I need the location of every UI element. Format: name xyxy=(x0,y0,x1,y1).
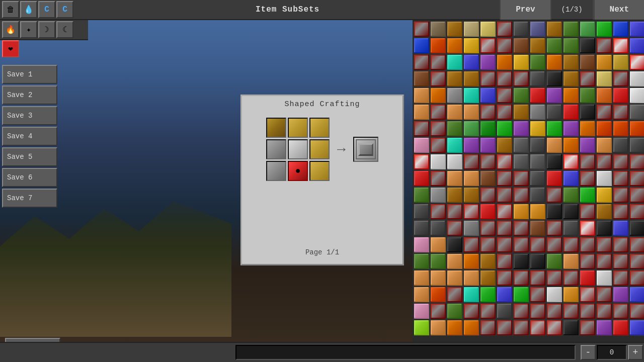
item-cell[interactable] xyxy=(414,121,430,137)
item-cell[interactable] xyxy=(513,220,529,236)
delete-icon-btn[interactable]: 🗑 xyxy=(2,1,19,18)
item-cell[interactable] xyxy=(447,287,463,303)
item-cell[interactable] xyxy=(530,71,546,87)
item-cell[interactable] xyxy=(580,104,596,120)
item-cell[interactable] xyxy=(546,54,562,70)
item-cell[interactable] xyxy=(414,87,430,104)
item-cell[interactable] xyxy=(613,303,629,319)
item-cell[interactable] xyxy=(580,270,596,286)
item-cell[interactable] xyxy=(480,21,496,37)
item-cell[interactable] xyxy=(480,320,496,336)
item-cell[interactable] xyxy=(414,303,430,319)
item-cell[interactable] xyxy=(430,71,446,87)
item-cell[interactable] xyxy=(497,320,513,336)
item-cell[interactable] xyxy=(463,220,479,236)
item-cell[interactable] xyxy=(430,87,446,104)
item-cell[interactable] xyxy=(497,287,513,303)
plus-button[interactable]: + xyxy=(628,345,643,360)
item-cell[interactable] xyxy=(563,21,579,37)
item-cell[interactable] xyxy=(513,270,529,286)
item-cell[interactable] xyxy=(463,54,479,70)
item-cell[interactable] xyxy=(596,303,612,319)
item-cell[interactable] xyxy=(497,38,513,54)
item-cell[interactable] xyxy=(480,38,496,54)
item-cell[interactable] xyxy=(480,87,496,104)
item-cell[interactable] xyxy=(513,54,529,70)
item-cell[interactable] xyxy=(596,170,612,187)
red-icon-btn[interactable]: ❤ xyxy=(2,40,19,57)
item-cell[interactable] xyxy=(596,121,612,137)
item-cell[interactable] xyxy=(629,237,644,253)
item-cell[interactable] xyxy=(463,137,479,153)
item-cell[interactable] xyxy=(530,253,546,269)
item-cell[interactable] xyxy=(447,87,463,104)
item-cell[interactable] xyxy=(513,187,529,203)
water-drop-icon-btn[interactable]: 💧 xyxy=(20,1,37,18)
crescent-icon-btn[interactable]: ☽ xyxy=(38,21,55,38)
item-cell[interactable] xyxy=(480,137,496,153)
item-cell[interactable] xyxy=(430,170,446,187)
item-cell[interactable] xyxy=(497,87,513,104)
item-cell[interactable] xyxy=(430,104,446,120)
item-cell[interactable] xyxy=(580,170,596,187)
item-cell[interactable] xyxy=(596,270,612,286)
item-cell[interactable] xyxy=(447,137,463,153)
item-cell[interactable] xyxy=(546,71,562,87)
item-cell[interactable] xyxy=(563,154,579,170)
item-cell[interactable] xyxy=(414,187,430,203)
item-cell[interactable] xyxy=(463,187,479,203)
item-cell[interactable] xyxy=(480,104,496,120)
item-cell[interactable] xyxy=(414,154,430,170)
item-cell[interactable] xyxy=(513,320,529,336)
item-cell[interactable] xyxy=(497,154,513,170)
item-cell[interactable] xyxy=(596,204,612,220)
item-cell[interactable] xyxy=(563,287,579,303)
item-cell[interactable] xyxy=(530,87,546,104)
item-cell[interactable] xyxy=(596,54,612,70)
item-cell[interactable] xyxy=(563,104,579,120)
craft-slot-1-0[interactable] xyxy=(266,139,286,159)
item-cell[interactable] xyxy=(613,287,629,303)
item-cell[interactable] xyxy=(546,287,562,303)
item-cell[interactable] xyxy=(497,137,513,153)
item-cell[interactable] xyxy=(497,54,513,70)
item-cell[interactable] xyxy=(546,170,562,187)
item-cell[interactable] xyxy=(447,170,463,187)
item-cell[interactable] xyxy=(447,320,463,336)
item-cell[interactable] xyxy=(629,137,644,153)
item-cell[interactable] xyxy=(629,187,644,203)
save-4-button[interactable]: Save 4 xyxy=(2,127,57,146)
save-5-button[interactable]: Save 5 xyxy=(2,147,57,166)
item-cell[interactable] xyxy=(430,21,446,37)
craft-slot-0-1[interactable] xyxy=(288,118,308,138)
item-cell[interactable] xyxy=(447,121,463,137)
item-cell[interactable] xyxy=(497,253,513,269)
item-cell[interactable] xyxy=(596,38,612,54)
item-cell[interactable] xyxy=(530,237,546,253)
item-cell[interactable] xyxy=(430,137,446,153)
crafting-result-slot[interactable] xyxy=(353,137,378,162)
item-cell[interactable] xyxy=(480,187,496,203)
item-cell[interactable] xyxy=(546,104,562,120)
item-cell[interactable] xyxy=(580,154,596,170)
item-cell[interactable] xyxy=(414,54,430,70)
item-cell[interactable] xyxy=(563,54,579,70)
item-cell[interactable] xyxy=(463,154,479,170)
item-cell[interactable] xyxy=(596,154,612,170)
item-cell[interactable] xyxy=(447,220,463,236)
item-cell[interactable] xyxy=(430,253,446,269)
item-cell[interactable] xyxy=(414,104,430,120)
next-button[interactable]: Next xyxy=(594,0,644,20)
item-cell[interactable] xyxy=(447,21,463,37)
item-cell[interactable] xyxy=(463,21,479,37)
item-cell[interactable] xyxy=(480,71,496,87)
item-cell[interactable] xyxy=(563,121,579,137)
item-cell[interactable] xyxy=(530,320,546,336)
item-cell[interactable] xyxy=(580,220,596,236)
item-cell[interactable] xyxy=(513,253,529,269)
item-cell[interactable] xyxy=(480,220,496,236)
item-cell[interactable] xyxy=(414,137,430,153)
item-cell[interactable] xyxy=(563,38,579,54)
item-cell[interactable] xyxy=(463,253,479,269)
item-cell[interactable] xyxy=(513,38,529,54)
